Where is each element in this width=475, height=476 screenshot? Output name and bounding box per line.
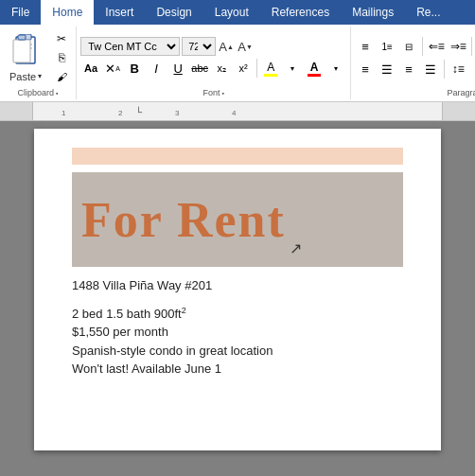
- justify-button[interactable]: ☰: [420, 59, 441, 79]
- ruler-tick-3: 3: [175, 109, 179, 117]
- document-content: 1488 Villa Piña Way #201 2 bed 1.5 bath …: [72, 276, 403, 379]
- for-rent-text: For Rent: [81, 192, 286, 248]
- ribbon-tabs: File Home Insert Design Layout Reference…: [0, 0, 475, 25]
- document-page: For Rent ↗ 1488 Villa Piña Way #201 2 be…: [34, 129, 441, 450]
- underline-button[interactable]: U: [167, 58, 188, 79]
- tab-mailings-label: Mailings: [352, 6, 394, 19]
- para-sep2: [471, 37, 472, 56]
- address-line: 1488 Villa Piña Way #201: [72, 276, 403, 295]
- clipboard-sub-buttons: ✂ ⎘ 🖌: [51, 30, 72, 85]
- cut-button[interactable]: ✂: [51, 30, 72, 47]
- font-label: Font ▪: [80, 86, 346, 97]
- tab-file-label: File: [11, 6, 29, 19]
- para-sep1: [422, 37, 423, 56]
- ruler-scale: └ 1 2 3 4: [33, 102, 442, 120]
- paste-icon: [12, 34, 39, 70]
- subscript-button[interactable]: x₂: [211, 58, 232, 79]
- superscript-button[interactable]: x²: [233, 58, 254, 79]
- for-rent-box: For Rent ↗: [72, 172, 403, 267]
- details-line4: Won't last! Available June 1: [72, 360, 403, 379]
- highlight-color-bar: [264, 74, 277, 77]
- format-painter-button[interactable]: 🖌: [51, 68, 72, 85]
- ruler-tick-2: 2: [118, 109, 122, 117]
- paragraph-label: Paragraph ▪: [355, 86, 475, 97]
- tab-review-label: Re...: [416, 6, 440, 19]
- svg-rect-7: [18, 35, 26, 40]
- details-line1-text: 2 bed 1.5 bath 900ft: [72, 307, 182, 321]
- numbering-button[interactable]: 1≡: [377, 36, 397, 57]
- tab-layout-label: Layout: [215, 6, 249, 19]
- svg-rect-6: [13, 40, 30, 62]
- details-line3: Spanish-style condo in great location: [72, 342, 403, 361]
- font-group-label: Font: [202, 88, 220, 97]
- tab-file[interactable]: File: [0, 0, 41, 25]
- document-area: For Rent ↗ 1488 Villa Piña Way #201 2 be…: [0, 121, 475, 476]
- align-left-button[interactable]: ≡: [355, 59, 376, 79]
- font-color-button[interactable]: A: [304, 58, 325, 79]
- paragraph-group-label: Paragraph: [447, 88, 475, 97]
- tab-home-label: Home: [52, 6, 82, 19]
- tab-references-label: References: [272, 6, 329, 19]
- font-color-bar: [308, 74, 321, 77]
- font-color-dropdown-button[interactable]: ▾: [325, 58, 346, 79]
- ruler-left-margin: [0, 102, 33, 120]
- ruler-tick-1: 1: [62, 109, 65, 117]
- tab-home[interactable]: Home: [41, 0, 94, 25]
- ruler-right-margin: [442, 102, 475, 120]
- details-line2: $1,550 per month: [72, 323, 403, 342]
- italic-button[interactable]: I: [146, 58, 167, 79]
- clipboard-expand-icon[interactable]: ▪: [56, 90, 58, 97]
- tab-review[interactable]: Re...: [405, 0, 451, 25]
- increase-indent-button[interactable]: ⇒≡: [448, 36, 468, 57]
- para-sep3: [444, 60, 445, 79]
- tab-design[interactable]: Design: [145, 0, 202, 25]
- bullets-button[interactable]: ≡: [355, 36, 376, 57]
- highlight-dropdown-button[interactable]: ▾: [282, 58, 303, 79]
- clipboard-label: Clipboard ▪: [4, 86, 72, 97]
- ruler-tick-4: 4: [232, 109, 236, 117]
- para-row1: ≡ 1≡ ⊟ ⇐≡ ⇒≡ AZ↓ ¶: [355, 36, 475, 57]
- align-right-button[interactable]: ≡: [398, 59, 419, 79]
- details-line1: 2 bed 1.5 bath 900ft2: [72, 305, 403, 324]
- font-separator: [256, 59, 257, 78]
- tab-layout[interactable]: Layout: [203, 0, 260, 25]
- mouse-cursor-icon: ↗: [290, 239, 302, 267]
- align-center-button[interactable]: ☰: [377, 59, 397, 79]
- tab-mailings[interactable]: Mailings: [341, 0, 405, 25]
- bold-button[interactable]: B: [124, 58, 145, 79]
- ruler: └ 1 2 3 4: [0, 102, 475, 121]
- strikethrough-button[interactable]: abc: [189, 58, 210, 79]
- line-spacing-dropdown[interactable]: ▾: [469, 59, 475, 79]
- paste-dropdown-arrow[interactable]: ▾: [38, 72, 42, 80]
- change-case-button[interactable]: Aa: [80, 58, 101, 79]
- tab-insert[interactable]: Insert: [94, 0, 145, 25]
- paste-button[interactable]: Paste ▾: [4, 32, 47, 84]
- tab-references[interactable]: References: [260, 0, 341, 25]
- grow-font-button[interactable]: A▲: [218, 37, 235, 56]
- decrease-indent-button[interactable]: ⇐≡: [426, 36, 447, 57]
- paragraph-group: ≡ 1≡ ⊟ ⇐≡ ⇒≡ AZ↓ ¶ ≡ ☰ ≡ ☰ ↕≡: [351, 26, 475, 99]
- clear-formatting-button[interactable]: ✕A: [102, 58, 123, 79]
- ribbon-toolbar: Paste ▾ ✂ ⎘ 🖌 Clipboard ▪: [0, 25, 475, 102]
- tab-insert-label: Insert: [105, 6, 133, 19]
- line-spacing-button[interactable]: ↕≡: [448, 59, 468, 79]
- clipboard-group-label: Clipboard: [18, 88, 55, 97]
- text-highlight-button[interactable]: A: [260, 58, 281, 79]
- tab-design-label: Design: [156, 6, 191, 19]
- shrink-font-button[interactable]: A▼: [237, 37, 254, 56]
- font-group: Tw Cen MT Cc 72 A▲ A▼ Aa ✕A B I U: [77, 26, 351, 99]
- superscript-2: 2: [182, 306, 186, 315]
- multilevel-list-button[interactable]: ⊟: [398, 36, 419, 57]
- page-highlight-bar: [72, 148, 403, 165]
- font-expand-icon[interactable]: ▪: [221, 90, 223, 97]
- ruler-tab-stop: └: [135, 107, 142, 117]
- para-row2: ≡ ☰ ≡ ☰ ↕≡ ▾ 🖊 ▾ ⊞ ▾: [355, 59, 475, 79]
- font-size-select[interactable]: 72: [182, 37, 216, 56]
- clipboard-group: Paste ▾ ✂ ⎘ 🖌 Clipboard ▪: [0, 26, 77, 99]
- paste-label: Paste: [9, 71, 36, 82]
- font-name-select[interactable]: Tw Cen MT Cc: [80, 37, 180, 56]
- copy-button[interactable]: ⎘: [51, 49, 72, 66]
